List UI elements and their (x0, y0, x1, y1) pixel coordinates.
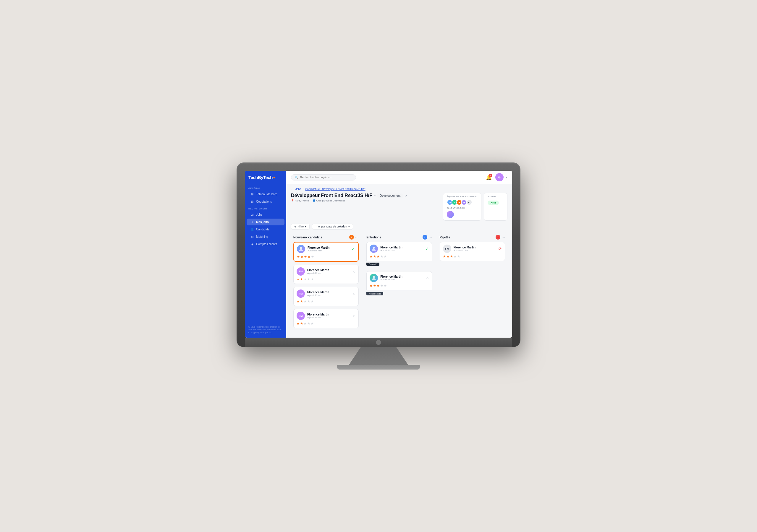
search-bar[interactable]: 🔍 (291, 174, 356, 181)
job-meta: 📍 Paris, France 👤 Créé par Gilles Coentr… (291, 199, 407, 202)
card-top-4: FM Florence Martin A postulé hier ○ (297, 312, 355, 320)
card-check-icon-1[interactable]: ✓ (351, 247, 355, 251)
column-menu-rejetes[interactable]: ⋯ (501, 235, 505, 239)
breadcrumb: ← Jobs / Candidature : Développeur Front… (291, 187, 507, 190)
filter-button[interactable]: ⊜ Filtre ▾ (291, 224, 310, 230)
candidate-card-7[interactable]: FM Florence Martin A postulé hier ⊘ (440, 242, 505, 261)
star-3-5: ★ (311, 299, 314, 303)
badge-dot-nouveaux: 8 (349, 235, 354, 239)
star-1-3: ★ (304, 255, 307, 259)
card-action-2[interactable]: ○ (353, 269, 355, 274)
candidate-card-4[interactable]: FM Florence Martin A postulé hier ○ (293, 309, 359, 328)
job-header: Développeur Front End ReactJS H/F • Déve… (291, 193, 507, 221)
card-name-6: Florence Martin (380, 275, 424, 278)
star-5-1: ★ (370, 255, 373, 259)
card-wrapper-5: Florence Martin A postulé hier ✓ ★ (366, 242, 432, 268)
column-nouveaux: Nouveaux candidats 8 ⋯ (291, 233, 361, 333)
star-7-5: ★ (457, 255, 460, 259)
star-3-1: ★ (297, 299, 300, 303)
back-button[interactable]: ← (291, 187, 294, 190)
search-input[interactable] (300, 176, 352, 179)
user-avatar-button[interactable]: G (495, 173, 503, 182)
job-title-area: Développeur Front End ReactJS H/F • Déve… (291, 193, 407, 202)
candidate-card-5[interactable]: Florence Martin A postulé hier ✓ ★ (366, 242, 432, 261)
star-2-2: ★ (300, 277, 303, 281)
breadcrumb-current[interactable]: Candidature : Développeur Front End Reac… (305, 187, 366, 190)
sidebar-item-comptes-clients[interactable]: ◈ Comptes clients (247, 241, 285, 247)
candidate-card-2[interactable]: FM Florence Martin A postulé hier ○ (293, 265, 359, 284)
card-top-6: Florence Martin A postulé hier ○ (370, 274, 429, 282)
breadcrumb-jobs[interactable]: Jobs (295, 187, 301, 190)
notifications-button[interactable]: 🔔 9 (485, 173, 493, 182)
column-entretiens: Entretions 2 ⋯ (364, 233, 434, 303)
filter-icon: ⊜ (294, 225, 297, 228)
external-link-icon[interactable]: ↗ (405, 194, 407, 197)
sidebar-item-matching[interactable]: ◎ Matching (247, 233, 285, 240)
status-panel: STATUT Actif (484, 193, 507, 221)
chevron-down-icon[interactable]: ▾ (506, 176, 507, 179)
candidate-avatar-6 (370, 274, 378, 282)
card-footer-2: ★ ★ ★ ★ ★ (297, 277, 355, 281)
star-5-4: ★ (380, 255, 383, 259)
candidate-card-6[interactable]: Florence Martin A postulé hier ○ ★ (366, 271, 432, 290)
card-footer-3: ★ ★ ★ ★ ★ (297, 299, 355, 303)
sort-label: Trier par (315, 225, 325, 228)
grid-icon: ⊞ (250, 193, 254, 196)
card-check-icon-5[interactable]: ✓ (425, 246, 429, 251)
accounts-icon: ◈ (250, 242, 254, 246)
job-title-text: Développeur Front End ReactJS H/F (291, 193, 372, 198)
avatar-initials: G (498, 176, 500, 179)
star-6-1: ★ (370, 284, 373, 288)
star-3-2: ★ (300, 299, 303, 303)
sidebar-item-tableau-de-bord[interactable]: ⊞ Tableau de bord (247, 191, 285, 198)
badge-dot-entretiens: 2 (423, 235, 427, 239)
card-wrapper-6: Florence Martin A postulé hier ○ ★ (366, 271, 432, 298)
sidebar-item-label: Comptes clients (256, 242, 277, 246)
team-avatars: JF JL JP JR +2 (447, 199, 477, 205)
star-7-1: ★ (443, 255, 446, 259)
sidebar-item-label: Jobs (256, 213, 262, 216)
sidebar-item-candidats[interactable]: 👤 Candidats (247, 226, 285, 233)
star-7-3: ★ (450, 255, 453, 259)
sidebar-item-mes-jobs[interactable]: + Mes jobs (247, 219, 285, 225)
logo-area: TechByTech✦ (245, 171, 286, 185)
stars-5: ★ ★ ★ ★ ★ (370, 255, 387, 259)
main-content: 🔍 🔔 9 G ▾ (286, 171, 512, 338)
job-location: 📍 Paris, France (291, 199, 309, 202)
star-4-2: ★ (300, 322, 303, 325)
card-info-4: Florence Martin A postulé hier (307, 313, 351, 319)
jobs-icon: 🗂 (250, 213, 254, 216)
talent-coach-label: TALENT COACH (447, 207, 477, 209)
candidate-card-1[interactable]: Florence Martin A postulé hier ✓ ★ (293, 242, 359, 262)
card-top-7: FM Florence Martin A postulé hier ⊘ (443, 244, 502, 253)
column-title-rejetes: Rejetés (440, 236, 450, 239)
job-department: Développement (377, 193, 403, 198)
star-3-4: ★ (307, 299, 310, 303)
sidebar-item-cooptations[interactable]: ⊟ Cooptations (247, 198, 285, 205)
column-menu-entretiens[interactable]: ⋯ (429, 235, 432, 239)
creator-icon: 👤 (313, 199, 316, 202)
column-menu-nouveaux[interactable]: ⋯ (355, 235, 359, 239)
sidebar-support-text: Si vous rencontrez des problèmes avec vo… (245, 322, 286, 338)
star-7-2: ★ (446, 255, 449, 259)
team-avatar-more: +2 (466, 199, 472, 205)
card-action-4[interactable]: ○ (353, 313, 355, 318)
card-name-3: Florence Martin (307, 291, 351, 294)
toolbar: ⊜ Filtre ▾ Trier par Date de création ▾ (291, 224, 507, 230)
column-title-entretiens: Entretions (366, 236, 381, 239)
sort-chevron-icon: ▾ (348, 225, 350, 228)
sidebar-item-jobs[interactable]: 🗂 Jobs (247, 211, 285, 218)
candidate-card-3[interactable]: FM Florence Martin A postulé hier ○ (293, 287, 359, 306)
card-footer-1: ★ ★ ★ ★ ★ (297, 255, 355, 259)
sort-button[interactable]: Trier par Date de création ▾ (312, 224, 353, 230)
card-action-6[interactable]: ○ (426, 276, 429, 280)
plus-icon: + (250, 220, 254, 224)
job-creator: 👤 Créé par Gilles Coentreiras (313, 199, 345, 202)
card-action-3[interactable]: ○ (353, 291, 355, 296)
column-badge-nouveaux: 8 (349, 235, 354, 239)
card-wrapper-7: FM Florence Martin A postulé hier ⊘ (440, 242, 505, 261)
card-top-5: Florence Martin A postulé hier ✓ (370, 244, 429, 253)
star-4-1: ★ (297, 322, 300, 325)
card-reject-icon-7[interactable]: ⊘ (498, 246, 502, 251)
stars-3: ★ ★ ★ ★ ★ (297, 299, 314, 303)
